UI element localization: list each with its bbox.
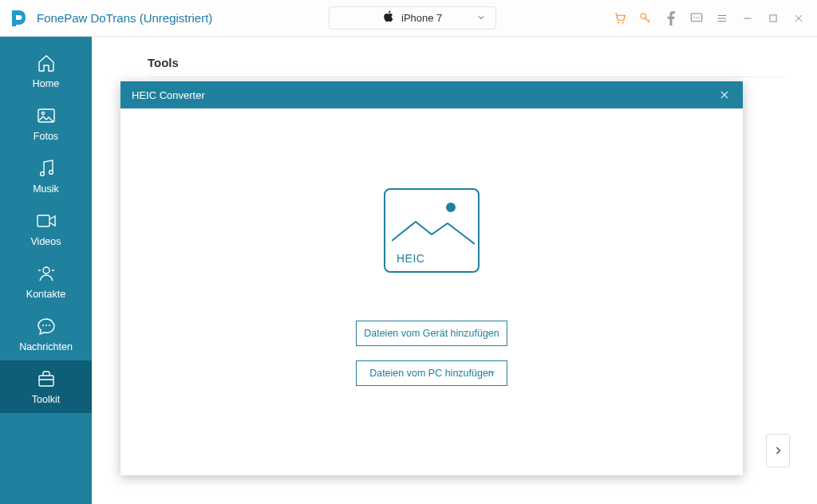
sidebar-item-music[interactable]: Musik bbox=[0, 150, 92, 203]
minimize-icon[interactable] bbox=[740, 11, 755, 26]
sidebar-item-label: Nachrichten bbox=[19, 341, 73, 352]
svg-point-9 bbox=[41, 112, 44, 114]
home-icon bbox=[36, 53, 57, 73]
svg-point-5 bbox=[696, 17, 697, 18]
svg-point-15 bbox=[45, 325, 47, 326]
heic-label: HEIC bbox=[397, 252, 424, 265]
sidebar-item-toolkit[interactable]: Toolkit bbox=[0, 360, 92, 413]
svg-point-6 bbox=[698, 17, 700, 18]
device-name: iPhone 7 bbox=[401, 12, 442, 24]
next-page-button[interactable] bbox=[766, 434, 790, 467]
modal-body: HEIC Dateien vom Gerät hinzufügen Dateie… bbox=[120, 108, 743, 475]
sidebar-item-contacts[interactable]: Kontakte bbox=[0, 255, 92, 308]
svg-point-13 bbox=[43, 267, 49, 274]
contact-icon bbox=[36, 263, 57, 284]
button-label: Dateien vom PC hinzufügen bbox=[369, 368, 494, 379]
sidebar-item-home[interactable]: Home bbox=[0, 45, 92, 97]
sidebar-item-videos[interactable]: Videos bbox=[0, 203, 92, 255]
key-icon[interactable] bbox=[638, 11, 653, 26]
title-actions bbox=[613, 11, 806, 26]
sidebar-item-label: Home bbox=[33, 78, 59, 89]
sidebar-item-label: Musik bbox=[33, 183, 59, 195]
svg-point-11 bbox=[49, 171, 53, 175]
add-from-pc-button[interactable]: Dateien vom PC hinzufügen bbox=[356, 360, 507, 386]
feedback-icon[interactable] bbox=[689, 11, 704, 26]
content-area: Tools HEIC Converter HEIC bbox=[92, 37, 817, 504]
heic-illustration-icon: HEIC bbox=[384, 188, 480, 273]
button-label: Dateien vom Gerät hinzufügen bbox=[364, 328, 499, 339]
sidebar-item-label: Toolkit bbox=[32, 394, 60, 405]
heic-mountains-icon bbox=[392, 217, 475, 247]
modal-header: HEIC Converter bbox=[120, 81, 743, 108]
sidebar: Home Fotos Musik Videos Kontakte bbox=[0, 37, 92, 504]
photo-icon bbox=[36, 105, 57, 126]
add-from-device-button[interactable]: Dateien vom Gerät hinzufügen bbox=[356, 321, 507, 346]
message-icon bbox=[36, 316, 57, 337]
svg-rect-12 bbox=[37, 215, 49, 226]
svg-point-14 bbox=[42, 325, 44, 326]
video-icon bbox=[36, 211, 57, 231]
svg-point-4 bbox=[693, 17, 695, 18]
svg-rect-7 bbox=[770, 14, 776, 21]
apple-icon bbox=[383, 10, 393, 26]
svg-point-0 bbox=[618, 22, 619, 23]
sidebar-item-label: Fotos bbox=[34, 131, 58, 142]
menu-icon[interactable] bbox=[715, 11, 729, 26]
titlebar: FonePaw DoTrans (Unregistriert) iPhone 7 bbox=[0, 0, 817, 37]
sidebar-item-messages[interactable]: Nachrichten bbox=[0, 308, 92, 360]
music-icon bbox=[36, 158, 57, 179]
tools-divider bbox=[148, 77, 785, 77]
heic-converter-modal: HEIC Converter HEIC Dateien vom Gerät hi… bbox=[120, 81, 743, 475]
app-logo-icon bbox=[8, 8, 29, 29]
device-selector[interactable]: iPhone 7 bbox=[329, 6, 496, 30]
heic-sun-icon bbox=[446, 203, 456, 212]
facebook-icon[interactable] bbox=[664, 11, 678, 26]
maximize-icon[interactable] bbox=[766, 11, 780, 26]
main: Home Fotos Musik Videos Kontakte bbox=[0, 37, 817, 504]
svg-point-10 bbox=[40, 172, 44, 176]
app-title: FonePaw DoTrans (Unregistriert) bbox=[37, 11, 212, 25]
close-window-icon[interactable] bbox=[791, 11, 806, 26]
tools-heading: Tools bbox=[148, 56, 179, 69]
modal-title: HEIC Converter bbox=[132, 89, 205, 101]
close-icon[interactable] bbox=[717, 88, 732, 102]
sidebar-item-label: Kontakte bbox=[26, 289, 65, 300]
svg-point-1 bbox=[622, 22, 624, 23]
chevron-down-icon bbox=[487, 368, 497, 380]
svg-rect-17 bbox=[39, 376, 53, 386]
sidebar-item-label: Videos bbox=[31, 236, 61, 247]
chevron-down-icon bbox=[476, 11, 486, 26]
cart-icon[interactable] bbox=[613, 11, 627, 26]
toolkit-icon bbox=[36, 368, 57, 389]
sidebar-item-photos[interactable]: Fotos bbox=[0, 97, 92, 150]
svg-point-16 bbox=[49, 325, 50, 326]
